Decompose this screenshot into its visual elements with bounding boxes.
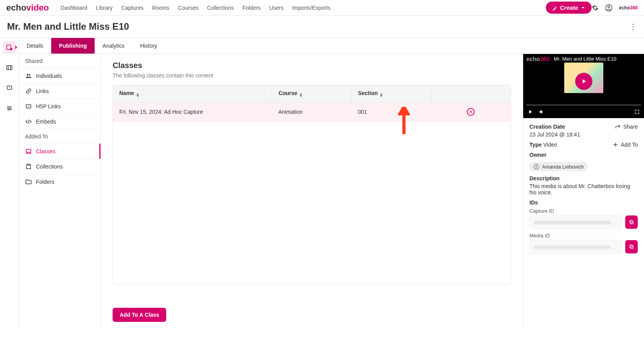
logo-echo: echo bbox=[6, 3, 26, 13]
sidemenu-section-shared: Shared bbox=[19, 54, 100, 68]
cell-name: Fri. Nov 15, 2024: Ad Hoc Capture bbox=[113, 102, 272, 122]
svg-text:H: H bbox=[28, 105, 29, 108]
nav-dashboard[interactable]: Dashboard bbox=[61, 5, 88, 11]
sidemenu-individuals[interactable]: Individuals bbox=[19, 68, 100, 83]
svg-point-16 bbox=[29, 74, 30, 76]
brand-small: echo360 bbox=[619, 5, 638, 11]
classes-subtitle: The following classes contain this conte… bbox=[113, 72, 511, 79]
type-label: Type bbox=[529, 142, 542, 148]
rail-media-details-icon[interactable] bbox=[3, 41, 16, 54]
remove-from-class-icon[interactable]: ✕ bbox=[467, 108, 475, 116]
sidemenu-label: Individuals bbox=[36, 73, 62, 79]
sidemenu-links[interactable]: Links bbox=[19, 83, 100, 99]
rail-video-icon[interactable] bbox=[3, 61, 16, 74]
share-button[interactable]: Share bbox=[615, 124, 638, 130]
nav-courses[interactable]: Courses bbox=[178, 5, 198, 11]
col-section[interactable]: Section▲▼ bbox=[352, 85, 431, 102]
fullscreen-icon[interactable] bbox=[634, 109, 640, 115]
copy-icon bbox=[629, 244, 634, 250]
preview-logo: echo360 bbox=[526, 56, 550, 62]
play-control-icon[interactable] bbox=[527, 109, 533, 115]
sidemenu-h5p-links[interactable]: H H5P Links bbox=[19, 99, 100, 114]
nav-folders[interactable]: Folders bbox=[242, 5, 261, 11]
add-to-button[interactable]: Add To bbox=[612, 142, 638, 148]
cell-section: 001 bbox=[352, 102, 431, 122]
cell-course: Animation bbox=[272, 102, 352, 122]
tab-analytics[interactable]: Analytics bbox=[95, 38, 132, 54]
sidemenu-collections[interactable]: Collections bbox=[19, 159, 100, 174]
svg-point-12 bbox=[7, 106, 9, 108]
tab-publishing[interactable]: Publishing bbox=[51, 38, 95, 54]
sidemenu-label: Folders bbox=[36, 179, 54, 185]
sort-icon: ▲▼ bbox=[136, 93, 140, 97]
type-value: Video bbox=[544, 142, 558, 148]
sidemenu-label: Classes bbox=[36, 148, 56, 154]
sidemenu-label: Embeds bbox=[36, 118, 56, 125]
play-button[interactable] bbox=[575, 73, 592, 90]
plus-icon bbox=[612, 142, 619, 148]
creation-date-value: 23 Jul 2024 @ 18:41 bbox=[529, 131, 580, 138]
wand-icon bbox=[552, 5, 558, 11]
preview-title: Mr. Men and Little Miss E10 bbox=[554, 56, 616, 62]
col-course[interactable]: Course▲▼ bbox=[272, 85, 352, 102]
rail-settings-list-icon[interactable] bbox=[3, 102, 16, 115]
sidemenu-section-added-to: Added To bbox=[19, 129, 100, 144]
table-row[interactable]: Fri. Nov 15, 2024: Ad Hoc Capture Animat… bbox=[113, 102, 511, 122]
svg-point-14 bbox=[8, 109, 9, 110]
capture-id-label: Capture ID bbox=[529, 208, 638, 214]
copy-media-id-button[interactable] bbox=[625, 240, 638, 253]
rail-transcript-icon[interactable]: T bbox=[3, 82, 16, 94]
sidemenu-folders[interactable]: Folders bbox=[19, 174, 100, 189]
settings-gear-icon[interactable] bbox=[592, 4, 599, 11]
create-button[interactable]: Create bbox=[546, 2, 592, 14]
sidemenu-embeds[interactable]: Embeds bbox=[19, 114, 100, 129]
tab-details[interactable]: Details bbox=[19, 38, 51, 54]
add-to-class-button[interactable]: Add To A Class bbox=[113, 308, 166, 322]
owner-chip[interactable]: Amanda Leibovich bbox=[529, 162, 588, 171]
nav-library[interactable]: Library bbox=[96, 5, 113, 11]
sidemenu-label: Collections bbox=[36, 163, 63, 170]
svg-point-26 bbox=[536, 165, 537, 167]
page-title: Mr. Men and Little Miss E10 bbox=[7, 21, 129, 32]
collection-icon bbox=[25, 163, 32, 170]
col-name[interactable]: Name▲▼ bbox=[113, 85, 272, 102]
classes-heading: Classes bbox=[113, 61, 511, 70]
svg-rect-30 bbox=[630, 245, 632, 248]
volume-icon[interactable] bbox=[539, 109, 545, 115]
sort-icon: ▲▼ bbox=[379, 93, 383, 97]
play-icon bbox=[580, 78, 587, 85]
share-icon bbox=[615, 124, 621, 130]
video-preview[interactable]: echo360 Mr. Men and Little Miss E10 bbox=[523, 54, 644, 118]
sidemenu-classes[interactable]: Classes bbox=[19, 144, 100, 159]
tab-history[interactable]: History bbox=[132, 38, 165, 54]
logo[interactable]: echovideo bbox=[6, 3, 49, 13]
annotation-arrow-icon bbox=[398, 107, 410, 134]
nav-collections[interactable]: Collections bbox=[207, 5, 233, 11]
nav-rooms[interactable]: Rooms bbox=[152, 5, 169, 11]
classes-icon bbox=[25, 148, 32, 155]
sidemenu-label: Links bbox=[36, 88, 49, 94]
chevron-down-icon bbox=[581, 5, 585, 10]
svg-rect-19 bbox=[26, 149, 31, 153]
svg-point-15 bbox=[27, 74, 29, 76]
svg-point-13 bbox=[9, 108, 11, 109]
ids-label: IDs bbox=[529, 199, 638, 206]
nav-users[interactable]: Users bbox=[269, 5, 284, 11]
user-profile-icon[interactable] bbox=[605, 4, 613, 12]
more-actions-icon[interactable]: ⋮ bbox=[629, 22, 637, 31]
copy-capture-id-button[interactable] bbox=[625, 215, 638, 229]
code-icon bbox=[25, 118, 32, 125]
svg-rect-4 bbox=[7, 66, 12, 70]
owner-name: Amanda Leibovich bbox=[542, 164, 584, 170]
media-id-value: xxxxxxxxxxxxxxxxxxxxxxxxxxxx... bbox=[529, 240, 622, 253]
svg-point-3 bbox=[10, 48, 12, 50]
nav-captures[interactable]: Captures bbox=[121, 5, 144, 11]
col-actions bbox=[431, 85, 511, 102]
people-icon bbox=[25, 72, 32, 79]
h5p-icon: H bbox=[25, 103, 32, 110]
nav-imports-exports[interactable]: Imports/Exports bbox=[292, 5, 330, 11]
person-icon bbox=[533, 163, 540, 170]
svg-rect-29 bbox=[631, 246, 633, 249]
owner-label: Owner bbox=[529, 152, 638, 158]
logo-video: video bbox=[26, 3, 48, 13]
